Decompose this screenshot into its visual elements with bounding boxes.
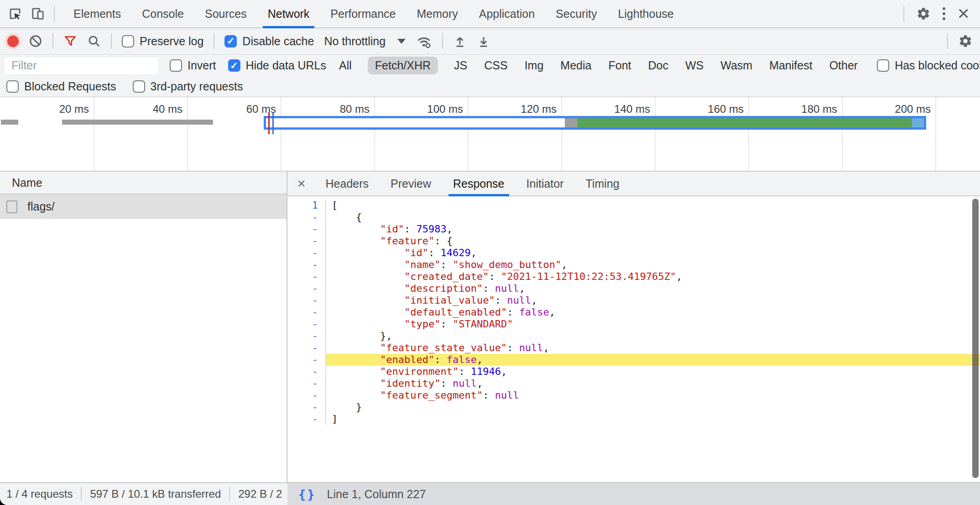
panel-tab[interactable]: Application — [469, 0, 545, 27]
request-type-filter[interactable]: All — [338, 57, 353, 74]
timeline-tick-label: 120 ms — [468, 103, 557, 116]
request-type-filter[interactable]: WS — [684, 57, 704, 74]
request-type-filter[interactable]: Media — [559, 57, 592, 74]
request-row[interactable]: flags/ — [0, 195, 287, 219]
scrollbar-thumb[interactable] — [972, 199, 979, 478]
detail-tab[interactable]: Timing — [575, 172, 631, 195]
timeline-tick-label: 160 ms — [655, 103, 744, 116]
timeline-gridline — [935, 97, 936, 171]
divider — [903, 6, 904, 21]
timeline-tick-label: 200 ms — [842, 103, 931, 116]
response-line: -] — [287, 413, 980, 425]
filter-funnel-icon[interactable] — [63, 34, 77, 48]
disable-cache-label: Disable cache — [242, 35, 314, 48]
disable-cache-checkbox[interactable]: ✓ — [224, 35, 237, 47]
response-line: - }, — [287, 330, 980, 342]
divider — [52, 33, 53, 49]
preserve-log-checkbox[interactable] — [122, 35, 134, 47]
response-line: 1[ — [287, 200, 980, 211]
timeline-tick-label: 180 ms — [748, 103, 837, 116]
request-detail-pane: × Headers Preview Response Initiator Tim… — [287, 172, 980, 482]
timeline-tick-label: 80 ms — [281, 103, 370, 116]
request-type-filter[interactable]: Font — [607, 57, 632, 74]
close-detail-icon[interactable]: × — [287, 172, 315, 195]
filter-input[interactable] — [5, 58, 158, 74]
preserve-log-label: Preserve log — [140, 35, 203, 48]
third-party-requests-checkbox[interactable] — [133, 80, 145, 93]
request-type-filter[interactable]: Img — [524, 57, 545, 74]
line-number: - — [287, 235, 326, 247]
panel-tab[interactable]: Elements — [63, 0, 131, 27]
request-type-filter[interactable]: Fetch/XHR — [368, 57, 438, 74]
network-settings-gear-icon[interactable] — [958, 34, 973, 48]
close-devtools-icon[interactable]: ✕ — [957, 6, 970, 21]
timeline-tick-label: 140 ms — [561, 103, 650, 116]
overview-request-bar — [1, 120, 18, 125]
line-number: 1 — [287, 200, 326, 211]
timeline-tick-label: 20 ms — [0, 103, 89, 116]
line-number: - — [287, 283, 326, 295]
name-column-header[interactable]: Name — [0, 172, 287, 195]
more-options-icon[interactable] — [943, 7, 945, 20]
request-type-filter[interactable]: Wasm — [719, 57, 753, 74]
request-type-filter[interactable]: Doc — [647, 57, 669, 74]
line-number: - — [287, 306, 326, 318]
line-number: - — [287, 401, 326, 413]
response-line: - "id": 14629, — [287, 247, 980, 259]
divider — [111, 33, 112, 49]
panel-tab[interactable]: Lighthouse — [607, 0, 684, 27]
network-main-area: Name flags/ × Headers Preview Response I… — [0, 172, 980, 482]
record-network-log-button[interactable] — [7, 36, 19, 47]
requests-count: 1 / 4 requests — [6, 488, 73, 500]
panel-tab[interactable]: Performance — [320, 0, 406, 27]
clear-network-log-icon[interactable] — [29, 34, 42, 48]
panel-tab[interactable]: Sources — [194, 0, 257, 27]
panel-tab[interactable]: Network — [257, 0, 320, 27]
request-type-filter[interactable]: CSS — [483, 57, 508, 74]
resources-size: 292 B / 2 — [238, 488, 282, 500]
response-line: - "identity": null, — [287, 378, 980, 389]
panel-tab[interactable]: Security — [545, 0, 607, 27]
line-number: - — [287, 378, 326, 389]
network-toolbar: Preserve log ✓ Disable cache No throttli… — [0, 28, 980, 55]
has-blocked-cookies-checkbox[interactable] — [877, 59, 889, 72]
has-blocked-cookies-label: Has blocked cookies — [895, 59, 980, 72]
line-number: - — [287, 247, 326, 259]
request-type-filter[interactable]: Manifest — [768, 57, 813, 74]
detail-tabs: Headers Preview Response Initiator Timin… — [315, 172, 631, 195]
throttling-select[interactable]: No throttling — [324, 35, 406, 48]
panel-tab[interactable]: Memory — [406, 0, 468, 27]
pretty-print-icon[interactable]: {} — [298, 487, 316, 501]
panel-tab[interactable]: Console — [131, 0, 194, 27]
devtools-tabbar: Elements Console Sources Network Perform… — [0, 0, 980, 28]
search-icon[interactable] — [87, 34, 101, 48]
network-overview-timeline[interactable]: 20 ms40 ms60 ms80 ms100 ms120 ms140 ms16… — [0, 97, 980, 172]
invert-checkbox[interactable] — [170, 59, 182, 72]
detail-tabbar: × Headers Preview Response Initiator Tim… — [287, 172, 980, 196]
line-number: - — [287, 211, 326, 223]
timeline-tick-label: 100 ms — [374, 103, 463, 116]
detail-tab[interactable]: Response — [442, 172, 516, 195]
export-har-icon[interactable] — [477, 34, 490, 48]
request-type-filter[interactable]: Other — [829, 57, 859, 74]
detail-tab[interactable]: Preview — [380, 172, 442, 195]
inspect-element-icon[interactable] — [8, 7, 22, 21]
detail-tab[interactable]: Headers — [315, 172, 380, 195]
blocked-requests-checkbox[interactable] — [6, 80, 19, 93]
request-type-filter[interactable]: JS — [453, 57, 468, 74]
network-conditions-icon[interactable] — [416, 33, 432, 49]
line-number: - — [287, 354, 326, 366]
line-number: - — [287, 389, 326, 401]
response-line: - "initial_value": null, — [287, 295, 980, 306]
import-har-icon[interactable] — [453, 34, 467, 48]
hide-data-urls-checkbox[interactable]: ✓ — [228, 59, 240, 72]
response-body-viewer[interactable]: 1[- {- "id": 75983,- "feature": {- "id":… — [287, 196, 980, 482]
detail-tab[interactable]: Initiator — [516, 172, 575, 195]
device-toolbar-icon[interactable] — [31, 7, 45, 21]
network-filter-bar: Invert ✓ Hide data URLs All Fetch/XHR JS… — [0, 55, 980, 76]
settings-gear-icon[interactable] — [916, 6, 931, 21]
overview-selected-request-bar — [264, 116, 926, 130]
response-line: - "type": "STANDARD" — [287, 318, 980, 330]
status-bar: 1 / 4 requests 597 B / 10.1 kB transferr… — [0, 482, 980, 505]
line-number: - — [287, 223, 326, 235]
